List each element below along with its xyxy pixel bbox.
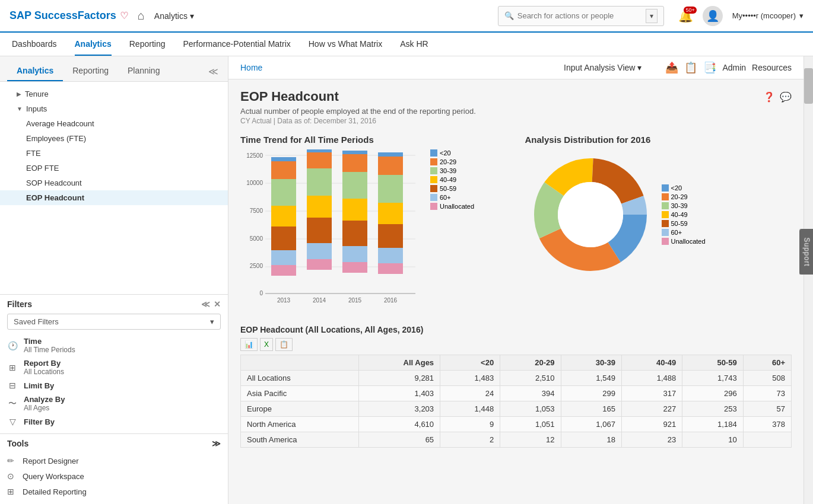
asia-pacific-all-ages: 1,403	[359, 386, 440, 401]
europe-50-59: 253	[682, 401, 743, 417]
svg-rect-36	[378, 203, 403, 224]
europe-all-ages: 3,203	[359, 401, 440, 417]
table-export-btn[interactable]: 📊	[240, 338, 258, 351]
filters-title: Filters	[7, 299, 32, 309]
input-analysis-button[interactable]: Input Analysis View ▾	[564, 63, 641, 72]
filters-header: Filters ≪ ✕	[7, 299, 221, 309]
tool-detailed-reporting[interactable]: ⊞ Detailed Reporting	[7, 484, 221, 499]
nav-item-askhr[interactable]: Ask HR	[400, 33, 428, 56]
filters-reset-icon[interactable]: ✕	[214, 299, 221, 309]
svg-rect-32	[342, 151, 367, 154]
share-icon[interactable]: 📋	[684, 61, 697, 74]
sidebar: Analytics Reporting Planning ≪ ▶ Tenure …	[0, 56, 228, 504]
south-america-lt20: 2	[440, 432, 500, 448]
tree-item-employees-fte[interactable]: Employees (FTE)	[0, 131, 228, 146]
nav-item-performance[interactable]: Performance-Potential Matrix	[183, 33, 290, 56]
filters-collapse-icon[interactable]: ≪	[201, 299, 210, 309]
scrollbar-thumb[interactable]	[804, 68, 813, 104]
svg-text:2014: 2014	[313, 297, 326, 304]
filter-analyze-by-value: All Ages	[24, 404, 65, 412]
content-home-link[interactable]: Home	[240, 63, 262, 72]
support-tab[interactable]: Support	[799, 229, 813, 275]
north-america-20-29: 1,051	[500, 417, 561, 432]
search-bar[interactable]: 🔍 ▾	[498, 6, 664, 26]
svg-rect-25	[307, 149, 332, 152]
search-dropdown[interactable]: ▾	[646, 9, 658, 23]
export-icon[interactable]: 📤	[665, 61, 678, 74]
filter-analyze-by-label: Analyze By	[24, 395, 65, 404]
donut-legend-50-59-label: 50-59	[671, 220, 688, 227]
nav-item-reporting[interactable]: Reporting	[129, 33, 166, 56]
europe-20-29: 1,053	[500, 401, 561, 417]
legend-lt20-color	[430, 149, 437, 157]
all-locations-50-59: 1,743	[682, 371, 743, 386]
table-body: All Locations 9,281 1,483 2,510 1,549 1,…	[241, 371, 792, 448]
help-icon[interactable]: ❓	[763, 91, 775, 103]
user-menu[interactable]: My•••••r (mcooper) ▾	[732, 11, 804, 20]
tool-query-workspace[interactable]: ⊙ Query Workspace	[7, 468, 221, 484]
tool-report-designer[interactable]: ✏ Report Designer	[7, 453, 221, 468]
content-header: Home Input Analysis View ▾ 📤 📋 📑 Admin R…	[228, 56, 804, 79]
brand-logo[interactable]: SAP SuccessFactors ♡	[9, 9, 128, 22]
col-header-50-59: 50-59	[682, 355, 743, 371]
svg-rect-15	[271, 206, 296, 227]
query-workspace-icon: ⊙	[7, 471, 18, 481]
nav-item-howvswhat[interactable]: How vs What Matrix	[309, 33, 382, 56]
comment-icon[interactable]: 💬	[780, 91, 792, 103]
tree-item-tenure[interactable]: ▶ Tenure	[0, 87, 228, 101]
tree-item-inputs[interactable]: ▼ Inputs	[0, 101, 228, 116]
legend-60p-color	[430, 194, 437, 201]
north-america-60p: 378	[743, 417, 791, 432]
saved-filters-dropdown[interactable]: Saved Filters ▾	[7, 314, 221, 330]
tree-item-fte[interactable]: FTE	[0, 146, 228, 161]
filter-limit-by[interactable]: ⊟ Limit By	[7, 378, 221, 393]
tree-item-eop-headcount[interactable]: EOP Headcount	[0, 190, 228, 205]
nav-item-dashboards[interactable]: Dashboards	[12, 33, 57, 56]
filter-time-value: All Time Periods	[24, 346, 75, 354]
table-toolbar: 📊 X 📋	[240, 338, 792, 351]
filter-filter-by[interactable]: ▽ Filter By	[7, 414, 221, 429]
heart-icon: ♡	[120, 10, 128, 21]
svg-rect-18	[271, 157, 296, 161]
europe-30-39: 165	[561, 401, 621, 417]
notification-bell[interactable]: 🔔 50+	[678, 9, 693, 23]
nav-item-analytics[interactable]: Analytics	[75, 33, 112, 56]
legend-50-59: 50-59	[430, 185, 474, 192]
resources-button[interactable]: Resources	[752, 63, 792, 72]
analytics-menu[interactable]: Analytics ▾	[154, 11, 194, 21]
tools-expand-icon[interactable]: ≫	[212, 439, 221, 448]
donut-legend-lt20-color	[662, 184, 669, 192]
filter-analyze-by[interactable]: 〜 Analyze By All Ages	[7, 393, 221, 414]
home-icon[interactable]: ⌂	[138, 9, 145, 23]
svg-text:5000: 5000	[250, 235, 263, 242]
row-europe: Europe	[241, 401, 359, 417]
search-input[interactable]	[517, 11, 642, 20]
main-layout: Analytics Reporting Planning ≪ ▶ Tenure …	[0, 56, 813, 504]
svg-rect-29	[342, 199, 367, 221]
table-csv-btn[interactable]: 📋	[275, 338, 293, 351]
donut-legend-lt20: <20	[662, 184, 706, 192]
admin-button[interactable]: Admin	[722, 63, 746, 72]
filters-section: Filters ≪ ✕ Saved Filters ▾ 🕐 Time All T…	[0, 294, 228, 433]
analyze-by-filter-icon: 〜	[7, 398, 18, 409]
report-date: CY Actual | Data as of: December 31, 201…	[240, 117, 792, 125]
donut-chart-title: Analysis Distribution for 2016	[525, 135, 792, 145]
legend-50-59-label: 50-59	[440, 185, 456, 192]
sidebar-collapse-button[interactable]: ≪	[206, 63, 221, 79]
filter-time[interactable]: 🕐 Time All Time Periods	[7, 334, 221, 356]
right-scrollbar[interactable]	[804, 56, 813, 504]
table-excel-btn[interactable]: X	[260, 338, 273, 351]
svg-text:0: 0	[259, 290, 263, 296]
filter-report-by[interactable]: ⊞ Report By All Locations	[7, 356, 221, 378]
tab-planning[interactable]: Planning	[118, 61, 170, 81]
tree-item-eop-fte[interactable]: EOP FTE	[0, 161, 228, 176]
svg-rect-34	[378, 248, 403, 263]
south-america-30-39: 18	[561, 432, 621, 448]
tab-analytics[interactable]: Analytics	[7, 61, 63, 81]
tree-item-avg-headcount[interactable]: Average Headcount	[0, 116, 228, 131]
bookmark-icon[interactable]: 📑	[703, 61, 716, 74]
all-locations-20-29: 2,510	[500, 371, 561, 386]
tree-item-sop-headcount[interactable]: SOP Headcount	[0, 176, 228, 190]
tab-reporting[interactable]: Reporting	[63, 61, 118, 81]
report-by-filter-icon: ⊞	[7, 363, 18, 372]
